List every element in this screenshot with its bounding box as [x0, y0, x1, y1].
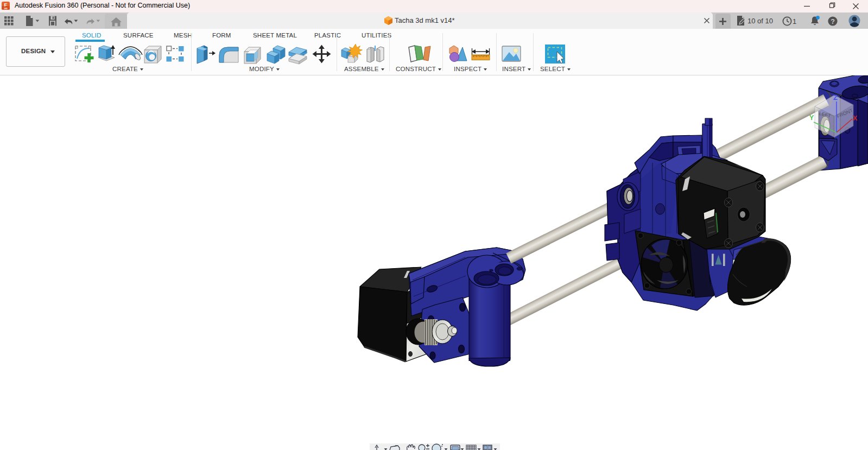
svg-text:F: F [4, 2, 8, 8]
svg-text:Z: Z [833, 93, 838, 102]
svg-text:X: X [853, 114, 858, 122]
svg-text:1: 1 [793, 17, 796, 26]
svg-text:Y: Y [809, 113, 814, 122]
svg-text:360: 360 [4, 8, 7, 10]
svg-text:10 of 10: 10 of 10 [747, 17, 773, 25]
svg-text:?: ? [831, 18, 835, 26]
